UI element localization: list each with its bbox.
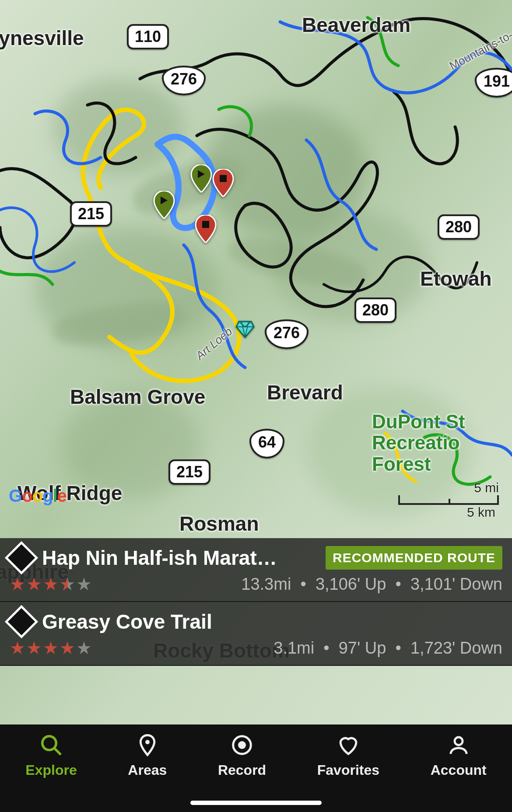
trail-list[interactable]: Hap Nin Half-ish Marat… RECOMMENDED ROUT… [0,538,512,666]
trail-stats: 3.1mi • 97' Up • 1,723' Down [274,639,502,658]
tab-favorites[interactable]: Favorites [317,733,379,778]
tab-explore[interactable]: Explore [25,733,77,778]
gem-poi-icon[interactable] [235,321,255,340]
place-rosman: Rosman [179,512,259,536]
map-pin-recommended-1[interactable] [212,169,234,197]
tab-record[interactable]: Record [218,733,266,778]
map-pin-hap-nin[interactable] [190,164,212,192]
heart-icon [337,733,360,757]
difficulty-black-diamond-icon [5,541,38,574]
place-etowah: Etowah [420,267,492,290]
tab-areas[interactable]: Areas [128,733,167,778]
place-brevard: Brevard [267,381,343,404]
difficulty-black-diamond-icon [5,605,38,638]
place-dupont: DuPont StRecreatioForest [372,411,465,475]
shield-nc-280-east: 280 [438,214,480,240]
trail-title: Hap Nin Half-ish Marat… [42,546,317,570]
svg-point-5 [455,737,463,745]
place-waynesville: Waynesville [0,26,84,50]
rating-stars: ★★★★★ [10,574,93,594]
place-balsam-grove: Balsam Grove [70,385,205,409]
map-pin-greasy-cove[interactable] [153,191,175,219]
map-scale: 5 mi 5 km [398,495,499,506]
trail-row-hap-nin[interactable]: Hap Nin Half-ish Marat… RECOMMENDED ROUT… [0,538,512,602]
recommended-badge: RECOMMENDED ROUTE [326,546,502,570]
map-canvas[interactable]: Waynesville Beaverdam Etowah Balsam Grov… [0,0,512,812]
svg-line-1 [54,748,60,754]
home-indicator [190,801,322,805]
shield-nc-215-north: 215 [70,201,112,227]
rating-stars: ★★★★★ [10,638,93,658]
google-attribution: Google [9,486,67,506]
search-icon [39,733,63,757]
svg-point-2 [145,740,150,744]
bottom-tab-bar: Explore Areas Record Favorites Account [0,724,512,812]
trail-stats: 13.3mi • 3,106' Up • 3,101' Down [241,575,502,594]
tab-account[interactable]: Account [431,733,487,778]
shield-nc-110: 110 [127,24,169,49]
trail-title: Greasy Cove Trail [42,610,502,634]
trail-row-greasy-cove[interactable]: Greasy Cove Trail ★★★★★ 3.1mi • 97' Up •… [0,602,512,666]
person-icon [447,733,470,757]
shield-nc-280-west: 280 [354,298,396,323]
place-beaverdam: Beaverdam [302,13,410,37]
record-icon [230,733,254,757]
svg-point-4 [238,741,246,749]
map-pin-recommended-2[interactable] [195,215,217,243]
shield-nc-215-south: 215 [168,459,210,485]
map-pin-icon [136,733,159,757]
